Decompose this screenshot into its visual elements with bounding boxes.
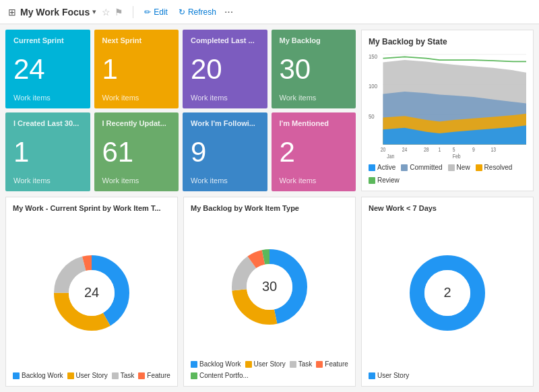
tile-number: 2 (280, 130, 348, 174)
svg-text:1: 1 (438, 146, 441, 153)
legend-feature: Feature (138, 372, 170, 379)
grid-icon: ⊞ (8, 7, 16, 18)
page-title: My Work Focus (20, 7, 90, 18)
edit-icon: ✏ (144, 7, 151, 17)
tile-next-sprint[interactable]: Next Sprint 1 Work items (94, 30, 179, 108)
donut-legend-backlog: Backlog Work User Story Task Feature Con… (191, 360, 348, 379)
legend-backlog2: Backlog Work (191, 360, 241, 368)
donut-wrapper-backlog: 30 (229, 247, 310, 327)
edit-button[interactable]: ✏ Edit (139, 5, 173, 19)
svg-text:24: 24 (84, 285, 99, 300)
main-content: Current Sprint 24 Work items Next Sprint… (0, 24, 539, 392)
separator (133, 6, 133, 18)
donut-content-sprint: 24 (13, 216, 170, 369)
donut-legend-newwork: User Story (369, 372, 526, 379)
tile-my-backlog[interactable]: My Backlog 30 Work items (272, 30, 356, 108)
svg-text:24: 24 (402, 146, 408, 153)
tile-number: 9 (191, 130, 259, 174)
tile-title: I'm Mentioned (280, 119, 348, 127)
tile-subtitle: Work items (13, 94, 82, 102)
legend-resolved: Resolved (476, 164, 513, 171)
tile-subtitle: Work items (102, 176, 171, 185)
legend-backlog: Backlog Work (13, 372, 63, 379)
legend-task: Task (112, 372, 135, 379)
donut-wrapper-newwork: 2 (407, 253, 488, 333)
tile-title: Completed Last ... (191, 36, 259, 44)
donut-panel-backlog: My Backlog by Work Item Type (183, 197, 356, 387)
svg-text:Jan: Jan (387, 154, 394, 160)
svg-text:28: 28 (424, 146, 429, 153)
donut-title-sprint: My Work - Current Sprint by Work Item T.… (13, 204, 170, 212)
tile-number: 30 (280, 47, 348, 91)
tile-current-sprint[interactable]: Current Sprint 24 Work items (5, 30, 90, 108)
svg-text:9: 9 (472, 146, 475, 153)
legend-userstory3: User Story (369, 372, 409, 379)
tile-title: I Created Last 30... (13, 119, 82, 127)
tile-number: 20 (191, 47, 259, 91)
donut-content-backlog: 30 (191, 216, 348, 358)
svg-text:2: 2 (443, 285, 451, 300)
backlog-chart-panel: My Backlog by State 150 100 50 (361, 30, 534, 191)
tile-number: 24 (13, 47, 82, 91)
svg-text:100: 100 (369, 83, 377, 90)
tile-subtitle: Work items (280, 94, 348, 102)
svg-text:20: 20 (381, 146, 386, 153)
chart-legend: Active Committed New Resolved Review (369, 164, 526, 184)
tile-title: My Backlog (280, 36, 348, 44)
tile-subtitle: Work items (102, 94, 171, 102)
donut-title-newwork: New Work < 7 Days (369, 204, 526, 212)
legend-content: Content Portfo... (191, 372, 249, 379)
tile-subtitle: Work items (13, 176, 82, 185)
tile-title: Next Sprint (102, 36, 171, 44)
tile-created-last[interactable]: I Created Last 30... 1 Work items (5, 112, 90, 191)
refresh-button[interactable]: ↻ Refresh (173, 5, 222, 19)
bottom-row: My Work - Current Sprint by Work Item T.… (5, 197, 534, 387)
chevron-down-icon: ▾ (92, 7, 96, 16)
pin-icon[interactable]: ⚑ (115, 7, 123, 18)
tile-completed-last[interactable]: Completed Last ... 20 Work items (183, 30, 267, 108)
legend-review: Review (369, 176, 400, 184)
tile-title: Work I'm Followi... (191, 119, 259, 127)
tile-subtitle: Work items (280, 176, 348, 185)
legend-new: New (448, 164, 470, 171)
svg-text:50: 50 (369, 112, 375, 120)
star-icon[interactable]: ☆ (102, 7, 110, 18)
donut-title-backlog: My Backlog by Work Item Type (191, 204, 348, 212)
legend-committed: Committed (401, 164, 442, 171)
donut-content-newwork: 2 (369, 216, 526, 369)
backlog-chart-title: My Backlog by State (369, 37, 526, 46)
top-row: Current Sprint 24 Work items Next Sprint… (5, 30, 534, 191)
legend-feature2: Feature (316, 360, 348, 368)
legend-userstory: User Story (67, 372, 108, 379)
svg-text:150: 150 (369, 53, 377, 60)
svg-text:13: 13 (490, 146, 496, 153)
tile-following[interactable]: Work I'm Followi... 9 Work items (183, 112, 267, 191)
tiles-grid: Current Sprint 24 Work items Next Sprint… (5, 30, 356, 191)
tile-recently-updated[interactable]: I Recently Updat... 61 Work items (94, 112, 179, 191)
tile-number: 61 (102, 130, 171, 174)
legend-active: Active (369, 164, 395, 171)
svg-text:Feb: Feb (453, 154, 461, 160)
header: ⊞ My Work Focus ▾ ☆ ⚑ ✏ Edit ↻ Refresh ·… (0, 0, 539, 24)
donut-legend-sprint: Backlog Work User Story Task Feature (13, 372, 170, 379)
svg-text:30: 30 (262, 279, 277, 294)
tile-subtitle: Work items (191, 94, 259, 102)
tile-mentioned[interactable]: I'm Mentioned 2 Work items (272, 112, 356, 191)
tile-title: Current Sprint (13, 36, 82, 44)
donut-wrapper-sprint: 24 (51, 253, 132, 333)
donut-panel-newwork: New Work < 7 Days 2 User Story (361, 197, 534, 387)
donut-panel-sprint: My Work - Current Sprint by Work Item T.… (5, 197, 178, 387)
tile-subtitle: Work items (191, 176, 259, 185)
tile-number: 1 (13, 130, 82, 174)
more-options-icon[interactable]: ··· (224, 6, 233, 18)
legend-userstory2: User Story (245, 360, 286, 368)
refresh-icon: ↻ (179, 7, 185, 17)
backlog-area-chart: 150 100 50 (369, 51, 526, 161)
tile-title: I Recently Updat... (102, 119, 171, 127)
legend-task2: Task (290, 360, 313, 368)
tile-number: 1 (102, 47, 171, 91)
svg-text:5: 5 (453, 146, 455, 153)
